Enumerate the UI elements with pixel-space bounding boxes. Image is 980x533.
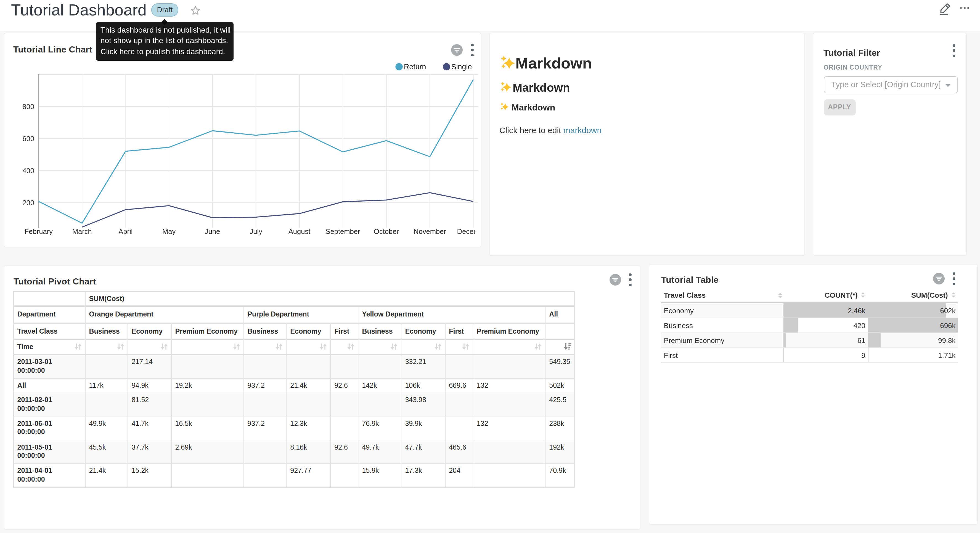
svg-text:February: February	[25, 228, 53, 235]
svg-text:Single: Single	[451, 63, 472, 71]
svg-text:July: July	[250, 228, 262, 235]
svg-text:200: 200	[22, 199, 34, 207]
svg-text:Return: Return	[404, 63, 426, 71]
svg-text:March: March	[72, 228, 92, 235]
svg-text:August: August	[288, 228, 310, 235]
svg-text:400: 400	[22, 167, 34, 174]
svg-text:November: November	[414, 228, 446, 235]
svg-text:December: December	[457, 228, 479, 235]
svg-text:800: 800	[22, 103, 34, 110]
svg-text:April: April	[118, 228, 132, 235]
svg-text:September: September	[326, 228, 360, 235]
svg-text:June: June	[205, 228, 220, 235]
svg-text:May: May	[162, 228, 176, 235]
svg-text:October: October	[374, 228, 399, 235]
svg-text:600: 600	[22, 135, 34, 142]
